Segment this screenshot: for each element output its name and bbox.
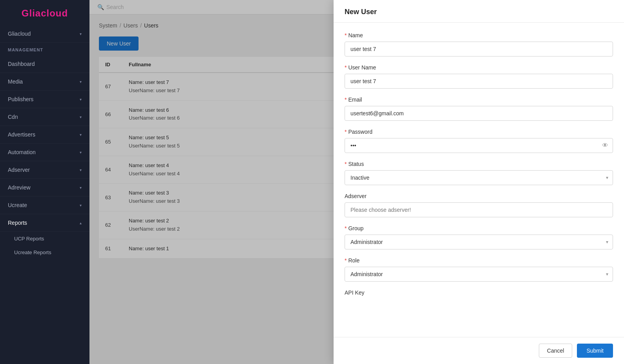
- cancel-button[interactable]: Cancel: [539, 344, 573, 358]
- name-input[interactable]: [345, 42, 613, 56]
- form-group-group: * Group Administrator User ▾: [345, 225, 613, 249]
- panel-body: * Name * User Name * Email * Pass: [334, 23, 624, 337]
- chevron-down-icon: ▾: [80, 186, 82, 190]
- form-group-name: * Name: [345, 32, 613, 56]
- panel-header: New User: [334, 0, 624, 23]
- role-label: * Role: [345, 257, 613, 264]
- required-asterisk: *: [345, 32, 347, 38]
- name-label: * Name: [345, 32, 613, 38]
- chevron-down-icon: ▾: [80, 168, 82, 172]
- adserver-label: Adserver: [345, 193, 613, 199]
- adserver-input[interactable]: [345, 202, 613, 217]
- chevron-down-icon: ▾: [80, 203, 82, 207]
- toggle-password-icon[interactable]: 👁: [602, 142, 608, 149]
- new-user-panel: New User * Name * User Name * Email: [334, 0, 624, 364]
- password-input[interactable]: [345, 138, 613, 153]
- chevron-down-icon: ▾: [80, 32, 82, 36]
- status-select-wrapper: Inactive Active ▾: [345, 170, 613, 185]
- sidebar-item-ucreate[interactable]: Ucreate ▾: [0, 197, 89, 214]
- password-field-wrapper: 👁: [345, 138, 613, 153]
- sidebar-item-reports[interactable]: Reports ▴: [0, 214, 89, 232]
- sidebar-item-ucp-reports[interactable]: UCP Reports: [0, 232, 89, 246]
- submit-button[interactable]: Submit: [577, 344, 613, 358]
- logo: Gliacloud: [0, 0, 89, 25]
- form-group-email: * Email: [345, 96, 613, 121]
- chevron-down-icon: ▾: [80, 150, 82, 155]
- email-label: * Email: [345, 96, 613, 103]
- group-select-wrapper: Administrator User ▾: [345, 235, 613, 249]
- sidebar-item-adserver[interactable]: Adserver ▾: [0, 161, 89, 179]
- api-key-label: API Key: [345, 289, 613, 296]
- required-asterisk: *: [345, 129, 347, 135]
- chevron-down-icon: ▾: [80, 115, 82, 119]
- sidebar-item-gliacloud[interactable]: Gliacloud ▾: [0, 25, 89, 43]
- form-group-adserver: Adserver: [345, 193, 613, 217]
- sidebar-item-publishers[interactable]: Publishers ▾: [0, 91, 89, 108]
- chevron-up-icon: ▴: [80, 221, 82, 225]
- sidebar-item-cdn[interactable]: Cdn ▾: [0, 108, 89, 126]
- sidebar-item-media[interactable]: Media ▾: [0, 73, 89, 91]
- role-select[interactable]: Administrator User: [345, 267, 613, 282]
- panel-footer: Cancel Submit: [334, 337, 624, 364]
- status-select[interactable]: Inactive Active: [345, 170, 613, 185]
- username-label: * User Name: [345, 64, 613, 71]
- password-label: * Password: [345, 129, 613, 135]
- management-section-label: MANAGEMENT: [0, 43, 89, 55]
- group-select[interactable]: Administrator User: [345, 235, 613, 249]
- required-asterisk: *: [345, 96, 347, 103]
- sidebar-item-advertisers[interactable]: Advertisers ▾: [0, 126, 89, 144]
- form-group-password: * Password 👁: [345, 129, 613, 153]
- required-asterisk: *: [345, 64, 347, 71]
- sidebar-item-dashboard[interactable]: Dashboard: [0, 55, 89, 73]
- required-asterisk: *: [345, 225, 347, 231]
- chevron-down-icon: ▾: [80, 97, 82, 102]
- chevron-down-icon: ▾: [80, 133, 82, 137]
- status-label: * Status: [345, 161, 613, 167]
- email-input[interactable]: [345, 106, 613, 121]
- role-select-wrapper: Administrator User ▾: [345, 267, 613, 282]
- sidebar: Gliacloud Gliacloud ▾ MANAGEMENT Dashboa…: [0, 0, 89, 364]
- username-input[interactable]: [345, 74, 613, 89]
- required-asterisk: *: [345, 161, 347, 167]
- form-group-role: * Role Administrator User ▾: [345, 257, 613, 282]
- form-group-username: * User Name: [345, 64, 613, 89]
- sidebar-item-adreview[interactable]: Adreview ▾: [0, 179, 89, 197]
- form-group-api-key: API Key: [345, 289, 613, 296]
- chevron-down-icon: ▾: [80, 80, 82, 84]
- panel-title: New User: [345, 8, 613, 16]
- sidebar-item-ucreate-reports[interactable]: Ucreate Reports: [0, 246, 89, 259]
- sidebar-item-automation[interactable]: Automation ▾: [0, 144, 89, 161]
- group-label: * Group: [345, 225, 613, 231]
- required-asterisk: *: [345, 257, 347, 264]
- form-group-status: * Status Inactive Active ▾: [345, 161, 613, 185]
